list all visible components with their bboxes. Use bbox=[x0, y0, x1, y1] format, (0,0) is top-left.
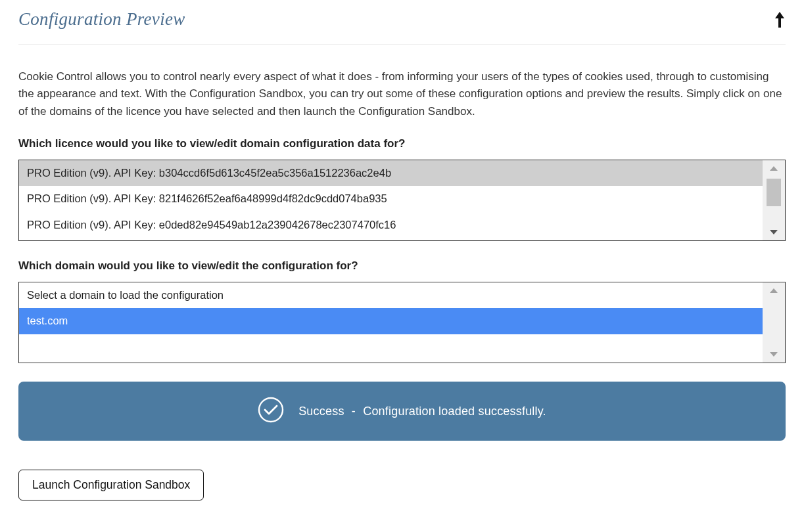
svg-point-0 bbox=[259, 398, 283, 422]
licence-option[interactable]: PRO Edition (v9). API Key: b304ccd6f5d61… bbox=[19, 160, 763, 186]
intro-text: Cookie Control allows you to control nea… bbox=[18, 68, 786, 120]
status-message: Configuration loaded successfully. bbox=[363, 405, 546, 418]
success-check-icon bbox=[258, 397, 284, 426]
page-title: Configuration Preview bbox=[18, 9, 185, 30]
scroll-up-icon[interactable] bbox=[770, 288, 778, 293]
status-text: Success - Configuration loaded successfu… bbox=[298, 405, 546, 418]
domain-option[interactable]: test.com bbox=[19, 308, 763, 334]
scroll-down-icon[interactable] bbox=[770, 230, 778, 234]
licence-option[interactable]: PRO Edition (v9). API Key: 821f4626f52ea… bbox=[19, 186, 763, 211]
launch-sandbox-button[interactable]: Launch Configuration Sandbox bbox=[18, 470, 204, 500]
scroll-up-icon[interactable] bbox=[770, 166, 778, 171]
licence-label: Which licence would you like to view/edi… bbox=[18, 137, 786, 150]
status-title: Success bbox=[298, 405, 344, 418]
scroll-top-icon[interactable] bbox=[774, 11, 786, 29]
scroll-down-icon[interactable] bbox=[770, 352, 778, 357]
licence-option[interactable]: PRO Edition (v9). API Key: e0ded82e94549… bbox=[19, 212, 763, 238]
status-separator: - bbox=[352, 405, 356, 418]
domain-option[interactable]: Select a domain to load the configuratio… bbox=[19, 282, 763, 308]
status-banner: Success - Configuration loaded successfu… bbox=[18, 382, 786, 441]
licence-listbox[interactable]: PRO Edition (v9). API Key: b304ccd6f5d61… bbox=[18, 160, 786, 241]
scroll-thumb[interactable] bbox=[767, 179, 781, 206]
domain-scrollbar[interactable] bbox=[763, 282, 785, 363]
domain-listbox[interactable]: Select a domain to load the configuratio… bbox=[18, 282, 786, 363]
domain-label: Which domain would you like to view/edit… bbox=[18, 259, 786, 273]
licence-scrollbar[interactable] bbox=[763, 160, 785, 240]
